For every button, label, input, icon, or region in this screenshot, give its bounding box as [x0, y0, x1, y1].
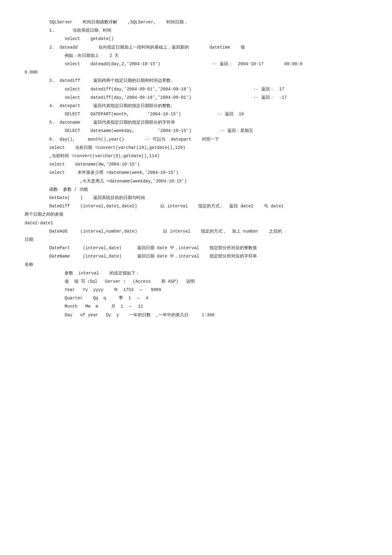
- content-line: Month Mm m 月 1 ～ 12: [25, 303, 363, 310]
- content-line: 函数 参数 / 功能: [25, 186, 363, 194]
- content-line: GetDate( ) 返回系统目前的日期与时间: [25, 194, 363, 202]
- content-line: 5. datename 返回代表指定日期的指定日期部分的字符串: [25, 119, 363, 126]
- content-line: select 本年第多少周 =datename(week,'2004-10-15…: [25, 169, 363, 177]
- content-line: SQLServer 时间日期函数详解 ,SQLServer, 时间日期，: [25, 18, 363, 26]
- content-line: ,当前时间 =convert(varchar(8),getdate(),114): [25, 152, 363, 160]
- content-line: select dateadd(day,2,'2004-10-15') -- 返回…: [25, 60, 363, 68]
- main-content: SQLServer 时间日期函数详解 ,SQLServer, 时间日期，1. 当…: [25, 18, 363, 319]
- content-line: 1. 当前系统日期、时间: [25, 27, 363, 34]
- content-line: 例如：向日期加上 2 天: [25, 52, 363, 60]
- content-line: select datediff(day,'2004-09-18','2004-0…: [25, 94, 363, 102]
- content-line: 0.000: [25, 69, 363, 76]
- content-line: Year Yy yyyy 年 1753 ～ 9999: [25, 286, 363, 294]
- content-line: date2-date1: [25, 219, 363, 227]
- content-line: 值 缩 写（Sql Server ） (Access 和 ASP) 说明: [25, 278, 363, 285]
- content-line: select datename(dw,'2004-10-15'): [25, 161, 363, 168]
- content-line: Quarter Qq q 季 1 ～ 4: [25, 294, 363, 302]
- content-line: Day of year Dy y 一年的日数 ,一年中的第几日 1-366: [25, 311, 363, 319]
- content-line: select 当前日期 =convert(varchar(10),getdate…: [25, 144, 363, 152]
- content-line: 3. datediff 返回跨两个指定日期的日期和时间边界数。: [25, 77, 363, 85]
- content-line: DatePart (interval,date) 返回日期 date 中，int…: [25, 244, 363, 252]
- content-line: SELECT datename(weekday, '2004-10-15') -…: [25, 127, 363, 135]
- content-line: ,今天是周几 =datename(weekday,'2004-10-15'): [25, 178, 363, 185]
- content-line: select getdate(): [25, 35, 363, 43]
- content-line: select datediff(day,'2004-09-01','2004-0…: [25, 86, 363, 93]
- content-line: DateDiff (interval,date1,date2) 以 interv…: [25, 202, 363, 210]
- content-line: 6. day(), month(),year() -- 可以与 datepart…: [25, 136, 363, 143]
- content-line: 4. datepart 返回代表指定日期的指定日期部分的整数。: [25, 102, 363, 110]
- content-line: SELECT DATEPART(month, '2004-10-15') -- …: [25, 110, 363, 118]
- content-line: 名称: [25, 261, 363, 269]
- content-line: DateAdd (interval,number,date) 以 interva…: [25, 228, 363, 235]
- content-line: 日期: [25, 236, 363, 244]
- content-line: 2. dateadd 在向指定日期加上一段时间的基础上，返回新的 datetim…: [25, 44, 363, 51]
- content-line: DateName (interval,date) 返回日期 date 中，int…: [25, 253, 363, 260]
- content-line: 两个日期之间的差值: [25, 211, 363, 218]
- content-line: 参数 interval 的设定值如下：: [25, 270, 363, 277]
